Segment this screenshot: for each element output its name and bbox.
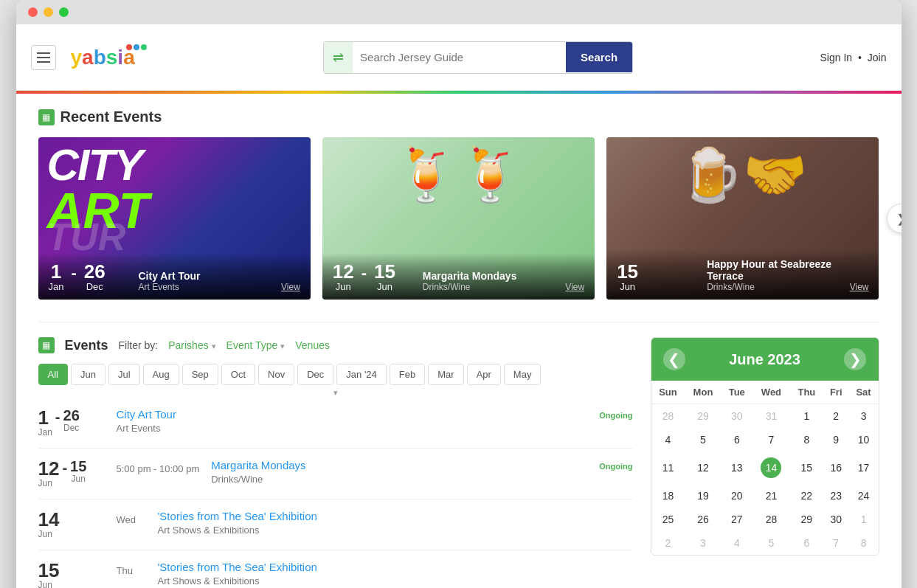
tab-jan24[interactable]: Jan '24 [336, 364, 387, 385]
calendar-day[interactable]: 7 [823, 531, 849, 555]
tab-dec[interactable]: Dec [297, 364, 333, 385]
event-card-margarita[interactable]: 🍹🍹 12 Jun - 15 Jun [322, 137, 595, 300]
venues-filter[interactable]: Venues [295, 339, 330, 351]
sign-in-link[interactable]: Sign In [820, 52, 853, 63]
calendar-day[interactable]: 27 [721, 508, 752, 531]
calendar-title: June 2023 [729, 351, 800, 368]
carousel-next-button[interactable]: ❯ [887, 204, 902, 233]
list-event-name[interactable]: 'Stories from The Sea' Exhibition [158, 561, 317, 573]
tab-nov[interactable]: Nov [258, 364, 294, 385]
calendar-grid: Sun Mon Tue Wed Thu Fri Sat 282930311234… [651, 381, 879, 555]
tab-all[interactable]: All [38, 364, 68, 385]
calendar-day[interactable]: 31 [752, 404, 790, 429]
calendar-day[interactable]: 2 [823, 404, 849, 429]
hamburger-button[interactable] [31, 45, 56, 70]
tab-sep[interactable]: Sep [182, 364, 218, 385]
calendar-day[interactable]: 5 [752, 531, 790, 555]
search-button[interactable]: Search [566, 42, 632, 72]
logo[interactable]: yabsia [71, 39, 136, 76]
navbar: yabsia ⇌ Search Sign In • Join [16, 24, 902, 91]
calendar-day[interactable]: 26 [685, 508, 721, 531]
tab-aug[interactable]: Aug [143, 364, 179, 385]
calendar-day[interactable]: 10 [849, 428, 879, 452]
calendar-day[interactable]: 4 [721, 531, 752, 555]
calendar-day[interactable]: 30 [823, 508, 849, 531]
calendar-day[interactable]: 25 [651, 508, 685, 531]
join-link[interactable]: Join [868, 52, 887, 63]
maximize-dot[interactable] [59, 7, 69, 17]
calendar-day[interactable]: 3 [685, 531, 721, 555]
search-input[interactable] [353, 42, 566, 72]
calendar-day[interactable]: 1 [790, 404, 823, 429]
calendar-day[interactable]: 21 [752, 484, 790, 508]
calendar-day[interactable]: 4 [651, 428, 685, 452]
event-info: Margarita Mondays Drinks/Wine [423, 270, 557, 292]
calendar-day[interactable]: 22 [790, 484, 823, 508]
calendar-day[interactable]: 8 [849, 531, 879, 555]
calendar-day[interactable]: 7 [752, 428, 790, 452]
list-item: 15 Jun Thu 'Stories from The Sea' Exhibi… [38, 550, 633, 588]
calendar-day[interactable]: 24 [849, 484, 879, 508]
calendar-day[interactable]: 11 [651, 452, 685, 484]
calendar-day[interactable]: 9 [823, 428, 849, 452]
calendar-prev-button[interactable]: ❮ [663, 348, 685, 370]
main-content: ▦ Recent Events CITY ART TUR 1 Jan [16, 94, 902, 588]
calendar-day[interactable]: 18 [651, 484, 685, 508]
minimize-dot[interactable] [44, 7, 53, 17]
tab-mar[interactable]: Mar [428, 364, 463, 385]
search-container: ⇌ Search [151, 41, 806, 74]
calendar-day[interactable]: 17 [849, 452, 879, 484]
calendar-day[interactable]: 6 [790, 531, 823, 555]
calendar-day[interactable]: 20 [721, 484, 752, 508]
list-item: 1 Jan - 26 Dec City Art Tour Art Events [38, 398, 633, 449]
calendar-day[interactable]: 13 [721, 452, 752, 484]
event-dates: 15 Jun [617, 262, 698, 292]
tab-feb[interactable]: Feb [390, 364, 425, 385]
calendar-day[interactable]: 3 [849, 404, 879, 429]
tab-jun[interactable]: Jun [71, 364, 105, 385]
calendar-day[interactable]: 16 [823, 452, 849, 484]
calendar-day[interactable]: 2 [651, 531, 685, 555]
event-card-happy-hour[interactable]: 🍺🤝 15 Jun Happy Hour at Seabreeze Terrac… [606, 137, 879, 300]
nav-right: Sign In • Join [820, 52, 887, 63]
list-date: 14 Jun [38, 510, 105, 539]
calendar-day[interactable]: 1 [849, 508, 879, 531]
parishes-filter[interactable]: Parishes ▾ [168, 339, 215, 351]
card-overlay: 1 Jan - 26 Dec City Art Tour Art Events [38, 253, 311, 300]
events-section-icon: ▦ [38, 337, 55, 353]
tab-may[interactable]: May [504, 364, 541, 385]
list-event-category: Drinks/Wine [211, 474, 587, 485]
tab-oct[interactable]: Oct [221, 364, 255, 385]
calendar-day[interactable]: 14 [752, 452, 790, 484]
close-dot[interactable] [28, 7, 38, 17]
event-view-link[interactable]: View [281, 282, 300, 292]
calendar-day[interactable]: 23 [823, 484, 849, 508]
list-date: 15 Jun [38, 561, 105, 588]
tab-jul[interactable]: Jul [108, 364, 140, 385]
search-filter-icon: ⇌ [324, 42, 353, 73]
calendar-day[interactable]: 19 [685, 484, 721, 508]
event-card-city-art[interactable]: CITY ART TUR 1 Jan - 26 Dec [38, 137, 311, 300]
calendar-day[interactable]: 28 [752, 508, 790, 531]
calendar-day[interactable]: 29 [685, 404, 721, 429]
tab-apr[interactable]: Apr [467, 364, 501, 385]
event-info: Happy Hour at Seabreeze Terrace Drinks/W… [707, 258, 841, 292]
event-view-link[interactable]: View [565, 282, 584, 292]
calendar-day[interactable]: 6 [721, 428, 752, 452]
list-event-name[interactable]: 'Stories from The Sea' Exhibition [158, 510, 317, 522]
weekday-sat: Sat [849, 381, 879, 404]
calendar-day[interactable]: 5 [685, 428, 721, 452]
calendar-day[interactable]: 30 [721, 404, 752, 429]
calendar-day[interactable]: 15 [790, 452, 823, 484]
calendar-day[interactable]: 8 [790, 428, 823, 452]
calendar-day[interactable]: 28 [651, 404, 685, 429]
event-view-link[interactable]: View [850, 282, 869, 292]
calendar-day[interactable]: 29 [790, 508, 823, 531]
list-event-name[interactable]: Margarita Mondays [211, 459, 305, 471]
calendar-day[interactable]: 12 [685, 452, 721, 484]
events-section-title: Events [65, 338, 108, 353]
calendar-next-button[interactable]: ❯ [844, 348, 866, 370]
list-event-name[interactable]: City Art Tour [117, 408, 176, 421]
list-date: 12 Jun - 15 Jun [38, 459, 105, 488]
event-type-filter[interactable]: Event Type ▾ [226, 339, 286, 351]
